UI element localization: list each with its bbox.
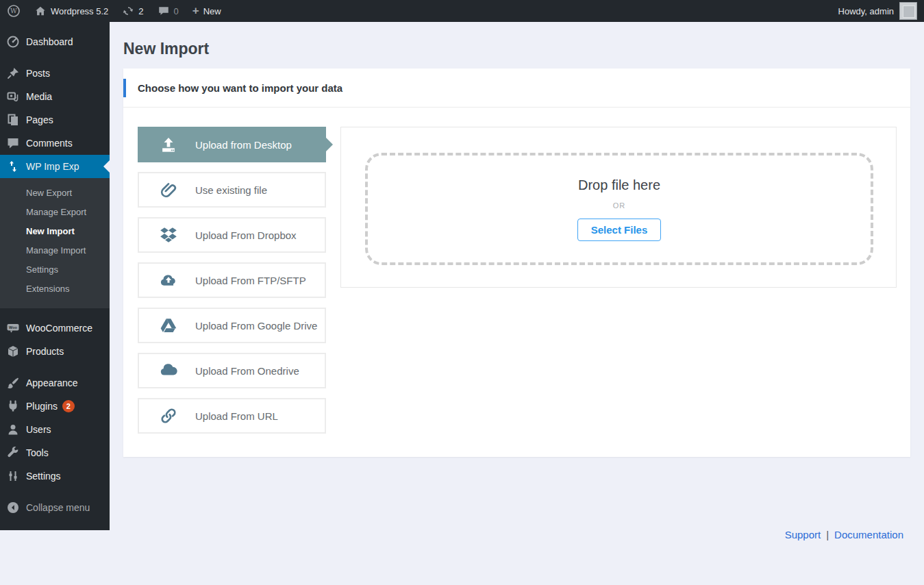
- sidebar-item-collapse-menu[interactable]: Collapse menu: [0, 496, 110, 519]
- sidebar-item-products[interactable]: Products: [0, 340, 110, 363]
- updates-menu[interactable]: 2: [115, 0, 150, 22]
- sliders-icon: [6, 469, 20, 483]
- wp-imp-exp-submenu: New Export Manage Export New Import Mana…: [0, 178, 110, 308]
- updates-count: 2: [138, 6, 143, 16]
- select-files-button[interactable]: Select Files: [577, 219, 662, 241]
- sidebar-label: Tools: [26, 447, 49, 458]
- method-label: Upload From Onedrive: [195, 365, 299, 377]
- new-content-menu[interactable]: + New: [186, 0, 228, 22]
- media-icon: [6, 90, 20, 103]
- import-method-list: Upload from Desktop Use existing file: [138, 127, 326, 443]
- comments-menu[interactable]: 0: [151, 0, 186, 22]
- sidebar-label: WooCommerce: [26, 323, 92, 334]
- method-upload-from-ftp[interactable]: Upload From FTP/SFTP: [138, 262, 326, 298]
- howdy-label: Howdy, admin: [838, 6, 894, 16]
- sidebar-label: Collapse menu: [26, 502, 90, 513]
- sidebar-label: Users: [26, 424, 51, 435]
- comment-bubble-icon: [158, 5, 170, 17]
- sidebar-label: Products: [26, 346, 64, 357]
- method-upload-from-onedrive[interactable]: Upload From Onedrive: [138, 353, 326, 388]
- sidebar-item-appearance[interactable]: Appearance: [0, 371, 110, 395]
- submenu-item-manage-import[interactable]: Manage Import: [0, 241, 110, 260]
- link-icon: [160, 407, 177, 425]
- sidebar-label: Media: [26, 91, 52, 102]
- comments-icon: [6, 136, 20, 150]
- dashboard-icon: [6, 35, 20, 49]
- cloud-upload-icon: [160, 271, 177, 289]
- method-label: Use existing file: [195, 184, 267, 196]
- pages-icon: [6, 113, 20, 127]
- method-upload-from-desktop[interactable]: Upload from Desktop: [138, 127, 326, 162]
- submenu-item-manage-export[interactable]: Manage Export: [0, 203, 110, 222]
- admin-bar: W Wordpress 5.2 2 0 + New Howdy, admin: [0, 0, 924, 22]
- sidebar-label: Comments: [26, 138, 73, 149]
- sidebar-label: WP Imp Exp: [26, 161, 79, 172]
- sidebar-item-users[interactable]: Users: [0, 418, 110, 441]
- plugin-icon: [6, 399, 20, 413]
- svg-text:Woo: Woo: [9, 325, 17, 329]
- method-label: Upload From URL: [195, 410, 278, 422]
- home-icon: [34, 5, 47, 17]
- site-name-label: Wordpress 5.2: [51, 6, 108, 16]
- sidebar-item-posts[interactable]: Posts: [0, 62, 110, 85]
- sidebar-label: Settings: [26, 471, 61, 482]
- card-header-title: Choose how you want to import your data: [138, 82, 342, 94]
- sidebar-item-dashboard[interactable]: Dashboard: [0, 30, 110, 53]
- upload-icon: [160, 136, 177, 153]
- sidebar-label: Appearance: [26, 377, 78, 388]
- products-box-icon: [6, 345, 20, 358]
- sidebar-label: Pages: [26, 114, 53, 125]
- file-dropzone[interactable]: Drop file here OR Select Files: [365, 153, 873, 265]
- sidebar-item-settings[interactable]: Settings: [0, 464, 110, 488]
- sidebar-label: Posts: [26, 68, 50, 79]
- method-label: Upload From Google Drive: [195, 320, 317, 332]
- updates-icon: [122, 5, 134, 17]
- method-label: Upload From FTP/SFTP: [195, 275, 306, 286]
- sidebar-item-comments[interactable]: Comments: [0, 132, 110, 155]
- documentation-link[interactable]: Documentation: [834, 529, 903, 540]
- woocommerce-icon: Woo: [6, 321, 20, 335]
- cloud-icon: [160, 362, 177, 379]
- method-upload-from-google-drive[interactable]: Upload From Google Drive: [138, 308, 326, 343]
- plugins-update-badge: 2: [62, 400, 75, 412]
- submenu-item-settings[interactable]: Settings: [0, 260, 110, 279]
- plus-icon: +: [192, 5, 199, 16]
- svg-text:W: W: [10, 7, 17, 14]
- footer-links: Support|Documentation: [785, 529, 903, 540]
- submenu-item-new-export[interactable]: New Export: [0, 184, 110, 203]
- method-upload-from-dropbox[interactable]: Upload From Dropbox: [138, 217, 326, 253]
- collapse-arrow-icon: [6, 501, 20, 514]
- support-link[interactable]: Support: [785, 529, 821, 540]
- card-header: Choose how you want to import your data: [123, 69, 910, 108]
- google-drive-icon: [160, 316, 177, 334]
- paperclip-icon: [160, 181, 177, 199]
- main-content: New Import Choose how you want to import…: [110, 22, 924, 585]
- card-body: Upload from Desktop Use existing file: [123, 108, 910, 443]
- sidebar-item-plugins[interactable]: Plugins 2: [0, 395, 110, 418]
- pushpin-icon: [6, 66, 20, 80]
- import-export-arrows-icon: [6, 160, 20, 173]
- method-upload-from-url[interactable]: Upload From URL: [138, 398, 326, 434]
- sidebar-item-tools[interactable]: Tools: [0, 441, 110, 464]
- submenu-item-extensions[interactable]: Extensions: [0, 279, 110, 299]
- sidebar: Dashboard Posts Media Pages Comments: [0, 22, 110, 530]
- wrench-icon: [6, 446, 20, 460]
- my-account-menu[interactable]: Howdy, admin: [832, 2, 924, 20]
- user-icon: [6, 423, 20, 436]
- wordpress-logo-menu[interactable]: W: [0, 0, 27, 22]
- sidebar-label: Plugins: [26, 401, 58, 412]
- dropzone-title: Drop file here: [578, 177, 660, 193]
- submenu-item-new-import[interactable]: New Import: [0, 222, 110, 241]
- upload-panel: Drop file here OR Select Files: [340, 127, 897, 288]
- site-name-menu[interactable]: Wordpress 5.2: [27, 0, 115, 22]
- wordpress-logo-icon: W: [7, 4, 21, 18]
- sidebar-item-wp-imp-exp[interactable]: WP Imp Exp: [0, 155, 110, 178]
- paintbrush-icon: [6, 376, 20, 390]
- import-card: Choose how you want to import your data …: [123, 69, 910, 457]
- method-label: Upload From Dropbox: [195, 229, 297, 241]
- method-use-existing-file[interactable]: Use existing file: [138, 172, 326, 208]
- comments-count: 0: [174, 6, 179, 16]
- sidebar-item-pages[interactable]: Pages: [0, 108, 110, 132]
- sidebar-item-media[interactable]: Media: [0, 85, 110, 108]
- sidebar-item-woocommerce[interactable]: Woo WooCommerce: [0, 316, 110, 340]
